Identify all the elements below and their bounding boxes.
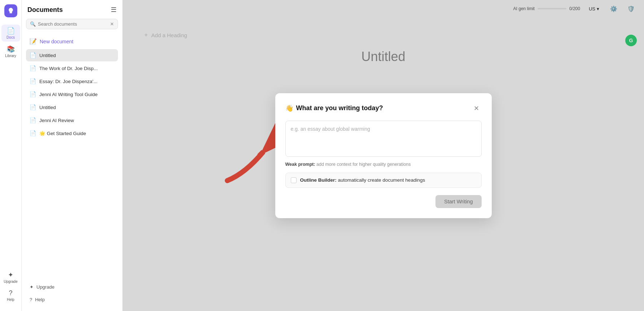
- upgrade-icon: ✦: [8, 271, 13, 279]
- footer-help[interactable]: ? Help: [26, 294, 118, 305]
- search-clear-icon[interactable]: ✕: [110, 21, 114, 27]
- help-footer-icon: ?: [30, 297, 32, 302]
- outline-builder-checkbox[interactable]: [291, 177, 297, 183]
- doc-item-joe-disp[interactable]: 📄 The Work of Dr. Joe Disp...: [26, 62, 118, 74]
- library-label: Library: [5, 54, 16, 58]
- outline-builder-row: Outline Builder: automatically create do…: [285, 173, 482, 188]
- doc-icon: 📄: [30, 104, 36, 111]
- outline-builder-desc: automatically create document headings: [338, 177, 425, 183]
- what-are-you-writing-modal: 👋 What are you writing today? ✕ Weak pro…: [275, 93, 492, 218]
- doc-icon: 📄: [30, 52, 36, 59]
- doc-icon: 📄: [30, 117, 36, 124]
- icon-rail: 📄 Docs 📚 Library ✦ Upgrade ? Help: [0, 0, 22, 311]
- search-icon: 🔍: [30, 21, 36, 27]
- start-writing-button[interactable]: Start Writing: [435, 195, 482, 208]
- modal-footer: Start Writing: [285, 195, 482, 208]
- sidebar-footer: ✦ Upgrade ? Help: [26, 278, 118, 305]
- doc-item-essay[interactable]: 📄 Essay: Dr. Joe Dispenza'...: [26, 75, 118, 87]
- sidebar: Documents ☰ 🔍 ✕ 📝 New document 📄 Untitle…: [22, 0, 123, 311]
- weak-prompt-label: Weak prompt:: [285, 162, 315, 167]
- new-document-label: New document: [40, 39, 73, 44]
- docs-icon: 📄: [7, 27, 15, 35]
- doc-item-label: Essay: Dr. Joe Dispenza'...: [39, 79, 97, 84]
- modal-overlay: 👋 What are you writing today? ✕ Weak pro…: [123, 0, 644, 311]
- upgrade-footer-icon: ✦: [30, 284, 34, 290]
- outline-builder-label: Outline Builder: automatically create do…: [300, 177, 425, 183]
- document-list: 📄 Untitled 📄 The Work of Dr. Joe Disp...…: [26, 49, 118, 278]
- doc-icon: 📄: [30, 91, 36, 98]
- writing-topic-input[interactable]: [285, 121, 482, 157]
- doc-item-jenni-review[interactable]: 📄 Jenni AI Review: [26, 114, 118, 126]
- modal-emoji: 👋: [285, 104, 293, 112]
- modal-header: 👋 What are you writing today? ✕: [285, 103, 482, 113]
- search-box: 🔍 ✕: [26, 19, 118, 29]
- main-area: AI gen limit 0/200 US ▾ ⚙️ 🛡️ + Add a He…: [123, 0, 644, 311]
- doc-item-get-started[interactable]: 📄 🌟 Get Started Guide: [26, 127, 118, 139]
- doc-item-label: Untitled: [39, 105, 56, 110]
- doc-item-label: The Work of Dr. Joe Disp...: [39, 66, 98, 71]
- doc-item-label: 🌟 Get Started Guide: [39, 130, 86, 136]
- search-input[interactable]: [38, 21, 108, 27]
- help-footer-label: Help: [35, 297, 45, 302]
- doc-icon: 📄: [30, 65, 36, 72]
- doc-item-untitled-2[interactable]: 📄 Untitled: [26, 101, 118, 113]
- doc-item-jenni-guide[interactable]: 📄 Jenni AI Writing Tool Guide: [26, 88, 118, 100]
- sidebar-item-help[interactable]: ? Help: [1, 287, 20, 304]
- library-icon: 📚: [7, 45, 15, 53]
- sidebar-item-upgrade[interactable]: ✦ Upgrade: [1, 269, 20, 286]
- help-icon: ?: [9, 289, 12, 297]
- modal-title: 👋 What are you writing today?: [285, 104, 383, 112]
- doc-item-label: Jenni AI Writing Tool Guide: [39, 92, 98, 97]
- doc-icon: 📄: [30, 78, 36, 85]
- new-document-button[interactable]: 📝 New document: [26, 35, 118, 48]
- upgrade-label: Upgrade: [4, 280, 17, 284]
- sidebar-menu-icon[interactable]: ☰: [111, 6, 117, 14]
- doc-item-untitled-1[interactable]: 📄 Untitled: [26, 49, 118, 61]
- outline-builder-key: Outline Builder:: [300, 177, 337, 183]
- weak-prompt-hint-text: add more context for higher quality gene…: [316, 162, 411, 167]
- sidebar-item-library[interactable]: 📚 Library: [1, 43, 20, 60]
- footer-upgrade[interactable]: ✦ Upgrade: [26, 281, 118, 293]
- upgrade-footer-label: Upgrade: [36, 284, 54, 290]
- sidebar-title: Documents: [27, 6, 63, 14]
- modal-close-button[interactable]: ✕: [472, 103, 482, 113]
- sidebar-header: Documents ☰: [26, 6, 118, 14]
- doc-item-label: Untitled: [39, 53, 56, 58]
- modal-title-text: What are you writing today?: [296, 104, 383, 112]
- doc-icon: 📄: [30, 130, 36, 137]
- doc-item-label: Jenni AI Review: [39, 118, 74, 123]
- docs-label: Docs: [6, 35, 15, 39]
- help-label: Help: [7, 298, 14, 302]
- app-logo[interactable]: [4, 4, 17, 17]
- sidebar-item-docs[interactable]: 📄 Docs: [1, 25, 20, 42]
- new-doc-icon: 📝: [30, 38, 37, 45]
- weak-prompt-hint: Weak prompt: add more context for higher…: [285, 162, 482, 167]
